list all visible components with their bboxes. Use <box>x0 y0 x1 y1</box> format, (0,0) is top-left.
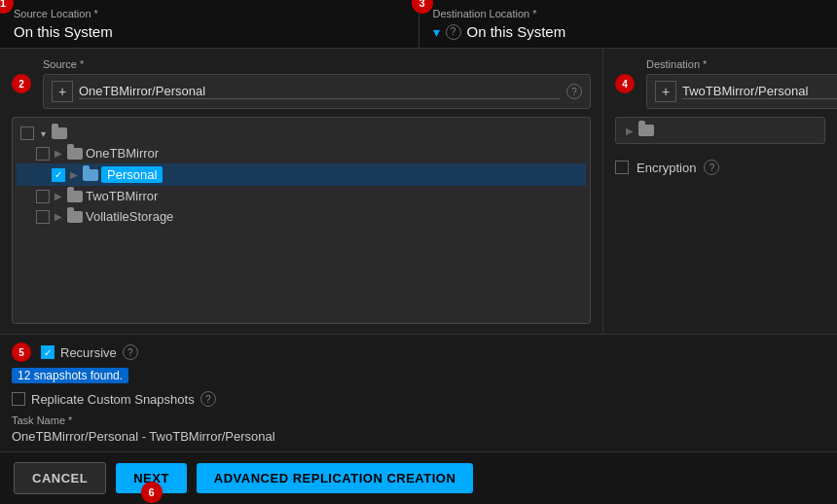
destination-location-section: 3 Destination Location * ▾ ? On this Sys… <box>418 0 838 48</box>
replicate-row: Replicate Custom Snapshots ? <box>12 391 825 407</box>
destination-plus-button[interactable]: + <box>655 81 676 102</box>
encryption-label: Encryption <box>637 161 696 175</box>
destination-field-row: 4 Destination * + <box>615 58 825 109</box>
task-name-label: Task Name * <box>12 414 825 426</box>
source-field-label: Source * <box>43 58 591 70</box>
replicate-checkbox[interactable] <box>12 392 25 406</box>
advanced-replication-button[interactable]: ADVANCED REPLICATION CREATION <box>197 463 474 493</box>
tree-row[interactable]: ▶ TwoTBMirror <box>17 186 586 206</box>
replicate-help-icon[interactable]: ? <box>200 391 216 407</box>
source-field-box: + ? <box>43 74 591 109</box>
volatile-folder-icon <box>67 211 83 223</box>
main-container: 1 Source Location * On this System 3 Des… <box>0 0 837 504</box>
encryption-help-icon[interactable]: ? <box>704 160 719 175</box>
cancel-button[interactable]: CANCEL <box>14 462 106 494</box>
content-area: 2 Source * + ? ▾ <box>0 49 837 334</box>
onetb-expand-arrow[interactable]: ▶ <box>53 148 64 159</box>
personal-folder-icon <box>83 169 98 181</box>
root-folder-icon <box>52 127 67 139</box>
destination-dropdown-arrow[interactable]: ▾ <box>433 24 440 40</box>
source-field-container: Source * + ? <box>43 58 591 109</box>
destination-help-icon[interactable]: ? <box>446 24 461 40</box>
source-panel: 2 Source * + ? ▾ <box>0 49 603 334</box>
tree-row[interactable]: ▾ <box>17 124 586 143</box>
destination-location-value: On this System <box>467 23 566 40</box>
recursive-row: 5 Recursive ? <box>12 342 825 362</box>
source-location-section: 1 Source Location * On this System <box>0 0 418 48</box>
twotb-checkbox[interactable] <box>36 190 50 203</box>
encryption-row: Encryption ? <box>615 160 825 175</box>
volatile-expand-arrow[interactable]: ▶ <box>53 211 64 222</box>
destination-field-label: Destination * <box>646 58 837 70</box>
snapshots-found-container: 12 snapshots found. <box>12 368 825 387</box>
step-4-badge: 4 <box>615 74 635 93</box>
step-1-badge: 1 <box>0 0 14 14</box>
destination-field-container: Destination * + <box>646 58 837 109</box>
twotb-folder-icon <box>67 191 83 202</box>
step-5-badge: 5 <box>12 342 31 362</box>
destination-tree: ▶ <box>615 117 825 144</box>
next-button-wrapper: NEXT 6 <box>116 463 187 493</box>
recursive-checkbox[interactable] <box>41 345 55 359</box>
tree-row[interactable]: ▶ OneTBMirror <box>17 143 586 163</box>
root-expand-arrow[interactable]: ▾ <box>37 128 49 139</box>
root-checkbox[interactable] <box>20 126 34 140</box>
destination-location-label: Destination Location * <box>433 8 824 19</box>
source-tree: ▾ ▶ OneTBMirror ▶ Personal <box>12 117 591 324</box>
personal-expand-arrow[interactable]: ▶ <box>68 169 80 180</box>
tree-row[interactable]: ▶ VollatileStorage <box>17 206 586 227</box>
destination-field-box: + <box>646 74 837 109</box>
replicate-label: Replicate Custom Snapshots <box>31 392 195 407</box>
volatile-checkbox[interactable] <box>36 210 50 224</box>
footer: CANCEL NEXT 6 ADVANCED REPLICATION CREAT… <box>0 451 837 504</box>
volatile-label: VollatileStorage <box>86 209 173 224</box>
source-input[interactable] <box>79 84 561 99</box>
destination-input[interactable] <box>682 84 837 99</box>
onetb-label: OneTBMirror <box>86 146 159 161</box>
source-plus-button[interactable]: + <box>52 81 73 102</box>
recursive-help-icon[interactable]: ? <box>123 344 138 360</box>
source-help-icon[interactable]: ? <box>566 84 582 99</box>
personal-label: Personal <box>101 166 163 183</box>
destination-header: ▾ ? On this System <box>433 23 824 40</box>
dest-expand-arrow[interactable]: ▶ <box>624 126 636 136</box>
source-location-value: On this System <box>14 23 405 40</box>
onetb-folder-icon <box>67 148 83 160</box>
recursive-label: Recursive <box>60 345 117 360</box>
top-bar: 1 Source Location * On this System 3 Des… <box>0 0 837 49</box>
twotb-label: TwoTBMirror <box>86 189 158 203</box>
tree-row[interactable]: ▶ Personal <box>17 163 586 186</box>
source-location-label: Source Location * <box>14 8 405 19</box>
bottom-area: 5 Recursive ? 12 snapshots found. Replic… <box>0 334 837 451</box>
dest-tree-row[interactable]: ▶ <box>620 122 820 139</box>
onetb-checkbox[interactable] <box>36 147 50 161</box>
encryption-checkbox[interactable] <box>615 161 629 174</box>
step-2-badge: 2 <box>12 74 31 93</box>
personal-checkbox[interactable] <box>52 168 65 182</box>
snapshots-found-badge: 12 snapshots found. <box>12 368 128 383</box>
dest-folder-icon <box>638 125 654 136</box>
step-6-badge: 6 <box>141 482 163 503</box>
source-field-row: 2 Source * + ? <box>12 58 591 109</box>
twotb-expand-arrow[interactable]: ▶ <box>53 191 64 201</box>
task-name-value: OneTBMirror/Personal - TwoTBMirror/Perso… <box>12 429 825 444</box>
destination-panel: 4 Destination * + ▶ Encry <box>603 49 837 334</box>
